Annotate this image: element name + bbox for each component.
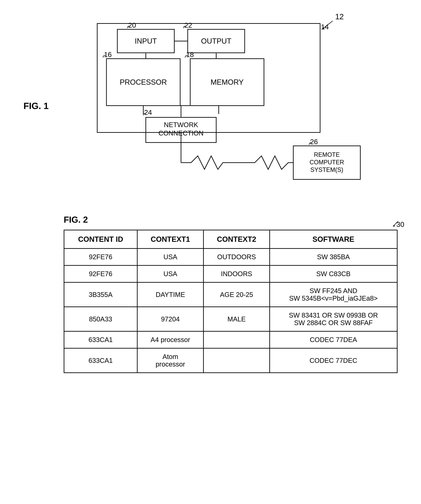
cell-content-id: 92FE76 — [64, 248, 137, 265]
fig1-section: 12 14 20 INPUT 22 OUTPUT 16 PROC — [13, 10, 408, 194]
cell-context2: OUTDOORS — [203, 248, 269, 265]
table-row: 633CA1A4 processorCODEC 77DEA — [64, 331, 397, 348]
row-ref-36: 36 — [3, 291, 20, 299]
table-row: 92FE76USAOUTDOORSSW 385BA — [64, 248, 397, 265]
cell-software: SW 83431 OR SW 0993B OR SW 2884C OR SW 8… — [270, 307, 397, 331]
col-header-content-id: CONTENT ID — [64, 230, 137, 248]
table-row: 850A3397204MALESW 83431 OR SW 0993B OR S… — [64, 307, 397, 331]
ref-24-label: 24 — [144, 108, 152, 116]
cell-content-id: 92FE76 — [64, 265, 137, 282]
cell-software: SW C83CB — [270, 265, 397, 282]
row-ref-32: 32 — [3, 254, 20, 261]
ref-14: 14 — [321, 23, 329, 31]
fig1-label: FIG. 1 — [24, 101, 49, 111]
cell-software: CODEC 77DEA — [270, 331, 397, 348]
remote-box-label-3: SYSTEM(S) — [310, 166, 343, 173]
page-container: 12 14 20 INPUT 22 OUTPUT 16 PROC — [0, 0, 421, 504]
row-ref-42: 42 — [3, 357, 20, 365]
col-header-context1: CONTEXT1 — [137, 230, 204, 248]
cell-content-id: 850A33 — [64, 307, 137, 331]
cell-content-id: 3B355A — [64, 282, 137, 307]
cell-software: SW FF245 AND SW 5345B<v=Pbd_iaGJEa8> — [270, 282, 397, 307]
cell-context1: USA — [137, 248, 204, 265]
output-box-label: OUTPUT — [201, 37, 231, 45]
ref-30: 30 — [396, 221, 404, 228]
cell-content-id: 633CA1 — [64, 331, 137, 348]
table-row: 92FE76USAINDOORSSW C83CB — [64, 265, 397, 282]
ref-18-label: 18 — [186, 51, 194, 59]
fig2-section: FIG. 2 30 CONTENT ID CONTEXT1 CONTEXT2 S… — [13, 215, 408, 373]
remote-box-label-1: REMOTE — [314, 151, 340, 158]
ref-12: 12 — [335, 12, 344, 21]
fig2-label: FIG. 2 — [64, 215, 408, 225]
data-table: CONTENT ID CONTEXT1 CONTEXT2 SOFTWARE 92… — [64, 230, 397, 373]
col-header-context2: CONTEXT2 — [203, 230, 269, 248]
fig1-diagram: 12 14 20 INPUT 22 OUTPUT 16 PROC — [47, 10, 382, 194]
cell-context1: DAYTIME — [137, 282, 204, 307]
cell-context2 — [203, 331, 269, 348]
row-ref-34: 34 — [3, 271, 20, 278]
table-row: 3B355ADAYTIMEAGE 20-25SW FF245 AND SW 53… — [64, 282, 397, 307]
row-ref-38: 38 — [3, 316, 20, 323]
cell-context1: Atom processor — [137, 348, 204, 373]
table-row: 633CA1Atom processorCODEC 77DEC — [64, 348, 397, 373]
input-box-label: INPUT — [135, 37, 157, 45]
ref-20-label: 20 — [128, 21, 136, 29]
row-ref-40: 40 — [3, 336, 20, 344]
cell-context1: USA — [137, 265, 204, 282]
cell-content-id: 633CA1 — [64, 348, 137, 373]
cell-context2: INDOORS — [203, 265, 269, 282]
remote-box-label-2: COMPUTER — [309, 159, 344, 166]
cell-software: SW 385BA — [270, 248, 397, 265]
ref-22-label: 22 — [184, 21, 192, 29]
ref-26-label: 26 — [310, 138, 318, 146]
cell-context2 — [203, 348, 269, 373]
processor-box-label: PROCESSOR — [120, 78, 167, 86]
ref-16-label: 16 — [104, 51, 112, 59]
col-header-software: SOFTWARE — [270, 230, 397, 248]
cell-context1: 97204 — [137, 307, 204, 331]
cell-context2: AGE 20-25 — [203, 282, 269, 307]
memory-box-label: MEMORY — [211, 78, 243, 86]
cell-software: CODEC 77DEC — [270, 348, 397, 373]
cell-context2: MALE — [203, 307, 269, 331]
fig2-container: 30 CONTENT ID CONTEXT1 CONTEXT2 SOFTWARE — [64, 230, 397, 373]
network-box-label-1: NETWORK — [164, 121, 198, 128]
cell-context1: A4 processor — [137, 331, 204, 348]
